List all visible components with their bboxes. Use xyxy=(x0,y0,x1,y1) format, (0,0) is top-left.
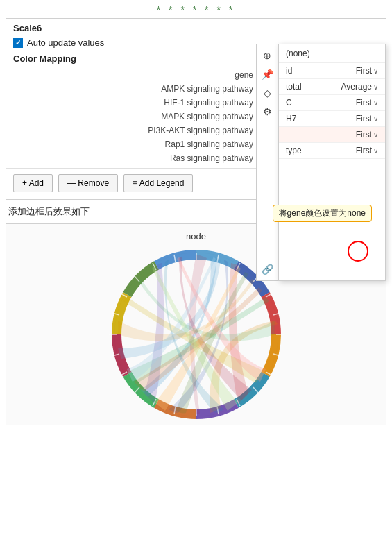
color-row-label: Ras signaling pathway xyxy=(6,151,259,165)
icon-toolbar: ⊕ 📌 ◇ ⚙ 🔗 xyxy=(256,44,278,281)
dropdown-select[interactable]: First ∨ xyxy=(356,130,378,139)
color-row-label: gene xyxy=(6,68,259,82)
dropdown-select[interactable]: First ∨ xyxy=(356,98,378,108)
color-row-label: MAPK signaling pathway xyxy=(6,110,259,124)
link-icon[interactable]: 🔗 xyxy=(259,261,275,278)
diamond-icon[interactable]: ◇ xyxy=(259,85,275,101)
dropdown-row[interactable]: H7 First ∨ xyxy=(279,111,385,127)
dropdown-row-label: H7 xyxy=(286,114,356,124)
main-panel: Scale6 Auto update values Color Mapping … xyxy=(6,18,386,200)
dropdown-arrow-icon: ∨ xyxy=(373,99,378,107)
zoom-icon[interactable]: ⊕ xyxy=(259,47,275,64)
panel-title: Scale6 xyxy=(6,19,386,36)
add-legend-button[interactable]: ≡ Add Legend xyxy=(123,174,193,192)
color-row-label: AMPK signaling pathway xyxy=(6,82,259,96)
dropdown-arrow-icon: ∨ xyxy=(373,131,378,139)
auto-update-checkbox[interactable] xyxy=(13,38,23,48)
pin-icon[interactable]: 📌 xyxy=(259,66,275,83)
dropdown-arrow-icon: ∨ xyxy=(373,147,378,155)
dropdown-row-label: C xyxy=(286,98,356,108)
dropdown-panel: (none) id First ∨ total Average ∨ C Firs… xyxy=(278,44,386,281)
dropdown-arrow-icon: ∨ xyxy=(373,67,378,75)
dropdown-row[interactable]: First ∨ xyxy=(279,127,385,143)
dropdown-row[interactable]: C First ∨ xyxy=(279,95,385,111)
color-row-label: HIF-1 signaling pathway xyxy=(6,96,259,110)
dropdown-arrow-icon: ∨ xyxy=(373,83,378,91)
dropdown-row-label: type xyxy=(286,146,356,155)
dropdown-row[interactable]: id First ∨ xyxy=(279,63,385,79)
dropdown-row-label: id xyxy=(286,66,356,76)
dropdown-row-label: total xyxy=(286,82,341,92)
dropdown-row[interactable]: total Average ∨ xyxy=(279,79,385,95)
color-row-label: PI3K-AKT signaling pathway xyxy=(6,124,259,137)
dropdown-select[interactable]: First ∨ xyxy=(356,114,378,124)
add-button[interactable]: + Add xyxy=(13,174,53,192)
dropdown-none-option[interactable]: (none) xyxy=(279,44,385,63)
dropdown-select[interactable]: First ∨ xyxy=(356,66,378,76)
chart-title: node xyxy=(186,231,206,241)
auto-update-label: Auto update values xyxy=(27,37,104,48)
settings-icon[interactable]: ⚙ xyxy=(259,103,275,120)
dropdown-select[interactable]: First ∨ xyxy=(356,146,378,155)
stars-text: * * * * * * * xyxy=(157,4,235,15)
dropdown-arrow-icon: ∨ xyxy=(373,115,378,123)
dropdown-row[interactable]: type First ∨ xyxy=(279,143,385,159)
color-row-label: Rap1 signaling pathway xyxy=(6,137,259,151)
dropdown-select[interactable]: Average ∨ xyxy=(341,82,378,92)
remove-button[interactable]: — Remove xyxy=(58,174,118,192)
stars-decoration: * * * * * * * xyxy=(0,0,392,18)
